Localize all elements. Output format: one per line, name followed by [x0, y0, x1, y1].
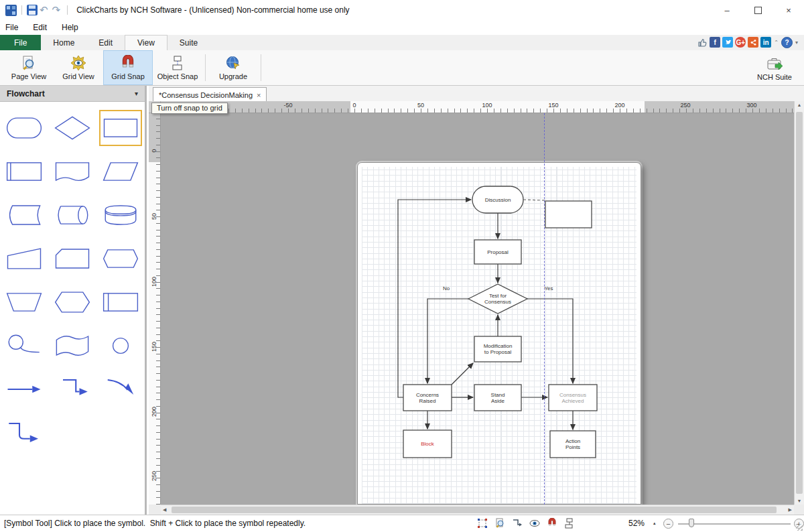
shape-terminator[interactable]: [0, 106, 48, 149]
vertical-scrollbar[interactable]: ▲ ▼: [794, 101, 804, 505]
menu-help[interactable]: Help: [62, 23, 78, 32]
save-icon[interactable]: [27, 5, 38, 15]
horizontal-scroll-thumb[interactable]: [172, 507, 777, 513]
grid-snap-button[interactable]: Grid Snap: [103, 50, 153, 85]
tab-edit[interactable]: Edit: [86, 35, 125, 50]
flow-node-concerns-raised[interactable]: ConcernsRaised: [403, 385, 452, 411]
scroll-up-icon[interactable]: ▲: [795, 103, 804, 107]
page-view-button[interactable]: Page View: [4, 50, 54, 85]
flow-node-consensus-achieved[interactable]: ConsensusAchieved: [549, 385, 597, 411]
flow-connector[interactable]: [527, 299, 573, 383]
undo-icon[interactable]: ↶: [40, 5, 48, 15]
grid-visibility-icon[interactable]: [529, 518, 540, 529]
scroll-right-icon[interactable]: ▶: [789, 505, 792, 515]
flow-node-discussion[interactable]: Discussion: [472, 186, 523, 213]
app-icon: [5, 5, 17, 16]
flow-node-action-points[interactable]: ActionPoints: [550, 431, 596, 458]
tab-file[interactable]: File: [0, 35, 41, 50]
zoom-caret-icon[interactable]: ▴: [653, 521, 656, 526]
shape-manual-input[interactable]: [0, 237, 48, 280]
minimize-button[interactable]: –: [712, 0, 742, 20]
tab-suite[interactable]: Suite: [168, 35, 210, 50]
menu-file[interactable]: File: [5, 23, 18, 32]
scroll-left-icon[interactable]: ◀: [163, 505, 166, 515]
nch-suite-button[interactable]: NCH Suite: [749, 50, 800, 86]
flow-node-stand-aside[interactable]: StandAside: [474, 385, 521, 411]
shape-connector[interactable]: [96, 324, 145, 367]
horizontal-scrollbar[interactable]: ◀ ▶: [161, 505, 794, 515]
object-snap-status-icon[interactable]: [564, 518, 575, 529]
shape-display[interactable]: [96, 237, 145, 280]
shape-internal-storage[interactable]: [96, 280, 145, 324]
shape-database-drum[interactable]: [96, 193, 145, 237]
flow-connector[interactable]: [523, 200, 545, 200]
shape-arrow-straight[interactable]: [0, 367, 48, 411]
resize-grip[interactable]: [796, 524, 803, 531]
zoom-slider-thumb[interactable]: [689, 519, 694, 527]
like-icon[interactable]: [697, 37, 708, 48]
document-tab[interactable]: *Consensus DecisionMaking ×: [153, 87, 267, 102]
grid-view-icon: [70, 55, 86, 71]
zoom-slider-track[interactable]: [678, 523, 791, 525]
zoom-level[interactable]: 52%: [628, 519, 645, 528]
tab-home[interactable]: Home: [41, 35, 86, 50]
flow-node-test-for-consensus[interactable]: Test forConsensus: [468, 284, 527, 314]
shape-data[interactable]: [96, 149, 145, 193]
shape-decision[interactable]: [48, 106, 96, 149]
flow-connector[interactable]: [427, 299, 468, 383]
shape-manual-operation[interactable]: [0, 280, 48, 324]
shape-arrow-elbow-2[interactable]: [0, 411, 48, 454]
grid-snap-status-icon[interactable]: [547, 518, 557, 529]
shape-stored-data[interactable]: [0, 193, 48, 237]
googleplus-icon[interactable]: G+: [735, 37, 746, 48]
tab-view[interactable]: View: [125, 35, 168, 50]
chevron-down-icon: ▾: [135, 90, 138, 97]
flow-connector[interactable]: [452, 363, 473, 385]
shape-arrow-elbow[interactable]: [48, 367, 96, 411]
flow-node-proposal[interactable]: Proposal: [474, 240, 521, 264]
shape-document[interactable]: [48, 149, 96, 193]
flow-node-blank-box[interactable]: [545, 201, 592, 228]
arrow-elbow-icon: [54, 376, 91, 403]
shape-set-selector[interactable]: Flowchart ▾: [0, 86, 145, 102]
page-zoom-icon[interactable]: [494, 518, 505, 529]
vertical-scroll-thumb[interactable]: [796, 112, 803, 494]
zoom-out-button[interactable]: −: [663, 519, 673, 529]
svg-text:Proposal: Proposal: [487, 249, 509, 255]
help-dropdown-icon[interactable]: ▾: [795, 40, 798, 46]
shape-predefined-process[interactable]: [0, 149, 48, 193]
shape-preparation[interactable]: [48, 280, 96, 324]
scroll-down-icon[interactable]: ▼: [795, 498, 804, 503]
hruler-label: 200: [614, 102, 624, 109]
redo-icon[interactable]: ↷: [52, 5, 61, 15]
share-icon[interactable]: [748, 37, 758, 48]
collapse-toolbar-icon[interactable]: ⌃: [774, 40, 779, 46]
twitter-icon[interactable]: [722, 37, 733, 48]
menu-edit[interactable]: Edit: [33, 23, 47, 32]
document-page[interactable]: DiscussionProposalTest forConsensusModif…: [357, 162, 641, 505]
flow-node-modification-to-proposal[interactable]: Modificationto Proposal: [474, 336, 521, 362]
grid-view-button[interactable]: Grid View: [54, 50, 103, 85]
maximize-button[interactable]: [742, 0, 773, 20]
shape-card[interactable]: [48, 237, 96, 280]
shape-process[interactable]: [96, 106, 145, 149]
selection-tool-icon[interactable]: [477, 518, 488, 529]
drawing-canvas[interactable]: DiscussionProposalTest forConsensusModif…: [161, 113, 794, 505]
horizontal-ruler: -50050100150200250300: [161, 101, 794, 113]
shape-arrow-curved[interactable]: [96, 367, 145, 411]
object-snap-button[interactable]: Object Snap: [153, 50, 202, 85]
shape-direct-access-storage[interactable]: [48, 193, 96, 237]
display-icon: [102, 245, 139, 272]
upgrade-button[interactable]: Upgrade: [208, 50, 258, 85]
tab-close-icon[interactable]: ×: [257, 91, 261, 99]
flow-node-block[interactable]: Block: [403, 430, 452, 458]
preparation-icon: [54, 289, 91, 316]
help-icon[interactable]: ?: [781, 37, 793, 48]
connector-tool-icon[interactable]: [512, 518, 523, 529]
close-button[interactable]: ×: [773, 0, 804, 20]
shape-loop-connector[interactable]: [0, 324, 48, 367]
facebook-icon[interactable]: f: [710, 37, 720, 48]
linkedin-icon[interactable]: in: [760, 37, 771, 48]
title-bar: ↶ ↷ ClickCharts by NCH Software - (Unlic…: [0, 0, 804, 20]
shape-flag[interactable]: [48, 324, 96, 367]
